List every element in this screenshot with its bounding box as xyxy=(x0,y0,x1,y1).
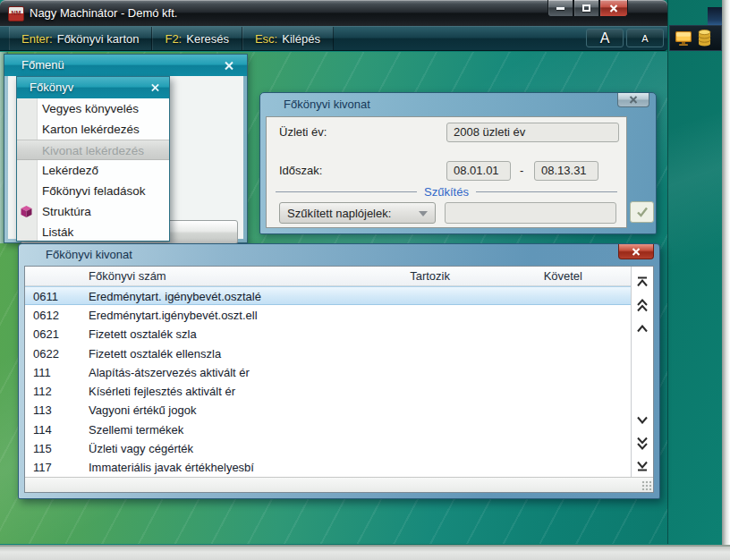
action-label: Keresés xyxy=(186,32,229,46)
dialog-title: Főkönyvi kivonat xyxy=(260,93,370,116)
table-row[interactable]: 0621 Fizetett osztalék szla xyxy=(25,325,632,344)
cell-code: 117 xyxy=(33,461,52,474)
journal-filter-field[interactable] xyxy=(445,202,616,224)
font-size-buttons: A A xyxy=(586,27,667,50)
minimize-icon xyxy=(556,7,564,10)
minimize-button[interactable] xyxy=(548,0,573,17)
app-icon: NM xyxy=(8,6,24,21)
confirm-button[interactable] xyxy=(630,201,654,223)
cell-name: Alapítás-átszervezés aktivált ér xyxy=(89,365,250,378)
fokonyv-menu-title: Főkönyv xyxy=(30,81,73,94)
dialog-close-button[interactable] xyxy=(617,93,649,107)
cell-code: 0612 xyxy=(33,308,59,321)
resize-grip[interactable] xyxy=(641,480,651,490)
cell-name: Vagyoni értékű jogok xyxy=(89,403,196,417)
menu-item-karton-lekerdezes[interactable]: Karton lekérdezés xyxy=(17,119,169,140)
page-down-button[interactable] xyxy=(632,433,652,453)
menu-item-struktura[interactable]: Struktúra xyxy=(17,201,169,222)
menu-item-label: Struktúra xyxy=(42,205,91,218)
screenshot-frame-bottom xyxy=(0,545,730,560)
fokonyv-menu-close-button[interactable] xyxy=(148,81,162,95)
table-row[interactable]: 112 Kísérleti fejlesztés aktivált ér xyxy=(25,382,632,401)
database-icon[interactable] xyxy=(698,30,711,47)
window-controls xyxy=(548,0,628,17)
scroll-down-button[interactable] xyxy=(632,410,652,429)
dialog-body: Üzleti év: 2008 üzleti év Időszak: 08.01… xyxy=(266,116,627,228)
table-close-button[interactable] xyxy=(618,244,654,259)
action-label: Kilépés xyxy=(282,32,320,46)
column-header-kovetel[interactable]: Követel xyxy=(544,269,582,283)
cell-code: 113 xyxy=(33,403,52,417)
font-size-large-button[interactable]: A xyxy=(586,29,624,47)
hotkey-label: Esc: xyxy=(255,32,277,46)
menu-item-kivonat-lekerdezes[interactable]: Kivonat lekérdezés xyxy=(17,140,169,160)
scroll-column xyxy=(631,267,653,477)
cell-name: Eredménytart. igénybevét.osztalé xyxy=(89,289,261,302)
table-row[interactable]: 0612 Eredménytart.igénybevét.oszt.ell xyxy=(25,305,632,324)
table-row[interactable]: 0611 Eredménytart. igénybevét.osztalé xyxy=(25,286,632,305)
screenshot-frame-right xyxy=(722,0,730,560)
menu-item-vegyes-konyveles[interactable]: Vegyes könyvelés xyxy=(17,98,169,119)
scroll-to-bottom-button[interactable] xyxy=(632,456,652,476)
scroll-bottom-icon xyxy=(636,461,649,471)
journal-filter-dropdown[interactable]: Szűkített naplójelek: xyxy=(279,202,436,224)
toolbar-item-fokonyvi-karton[interactable]: Enter: Főkönyvi karton xyxy=(9,27,152,50)
cell-code: 0621 xyxy=(33,327,59,341)
main-titlebar[interactable]: NM Nagy Machinátor - Demó kft. xyxy=(0,0,667,27)
scroll-up-button[interactable] xyxy=(632,318,652,338)
menu-item-fokonyvi-feladasok[interactable]: Főkönyvi feladások xyxy=(17,181,169,201)
fokonyv-menu-titlebar[interactable]: Főkönyv xyxy=(17,77,169,98)
table-rows: 0611 Eredménytart. igénybevét.osztalé 06… xyxy=(25,286,632,477)
hotkey-label: F2: xyxy=(165,32,182,46)
page-up-button[interactable] xyxy=(632,295,652,315)
close-icon xyxy=(224,61,234,71)
action-label: Főkönyvi karton xyxy=(57,32,140,46)
cell-code: 0622 xyxy=(33,346,59,360)
maximize-button[interactable] xyxy=(573,0,599,17)
toolbar-item-kilepes[interactable]: Esc: Kilépés xyxy=(242,27,334,50)
column-header-fokonyvi-szam[interactable]: Főkönyvi szám xyxy=(89,269,166,283)
period-label: Időszak: xyxy=(279,164,322,177)
toolbar-item-kereses[interactable]: F2: Keresés xyxy=(152,27,242,50)
cell-name: Eredménytart.igénybevét.oszt.ell xyxy=(89,308,258,321)
cell-code: 114 xyxy=(33,422,52,436)
period-from-field[interactable]: 08.01.01 xyxy=(446,161,511,181)
table-row[interactable]: 114 Szellemi termékek xyxy=(25,420,632,438)
close-icon xyxy=(150,83,160,92)
table-window-title: Főkönyvi kivonat xyxy=(19,244,132,266)
separator-line xyxy=(276,191,417,192)
font-size-small-button[interactable]: A xyxy=(626,29,664,47)
business-year-field[interactable]: 2008 üzleti év xyxy=(446,123,619,142)
table-row[interactable]: 117 Immateriális javak értékhelyesbí xyxy=(25,458,632,477)
monitor-icon[interactable] xyxy=(675,30,692,47)
column-header-tartozik[interactable]: Tartozik xyxy=(410,269,450,283)
fomenu-close-button[interactable] xyxy=(222,58,236,72)
scroll-to-top-button[interactable] xyxy=(632,272,652,292)
cell-code: 0611 xyxy=(33,289,58,302)
cell-name: Fizetett osztalék szla xyxy=(89,327,197,341)
menu-item-listak[interactable]: Listák xyxy=(17,222,169,242)
cube-icon xyxy=(21,206,32,217)
cell-code: 115 xyxy=(33,442,52,455)
table-row[interactable]: 111 Alapítás-átszervezés aktivált ér xyxy=(25,362,632,381)
cell-name: Immateriális javak értékhelyesbí xyxy=(89,461,254,474)
shortcut-toolbar: Enter: Főkönyvi karton F2: Keresés Esc: … xyxy=(0,26,667,51)
table-row[interactable]: 0622 Fizetett osztalék ellenszla xyxy=(25,344,632,362)
cell-name: Fizetett osztalék ellenszla xyxy=(89,346,221,360)
menu-item-lekerdezo[interactable]: Lekérdező xyxy=(17,160,169,181)
main-window-title: Nagy Machinátor - Demó kft. xyxy=(30,6,177,20)
double-chevron-down-icon xyxy=(636,437,649,450)
period-to-field[interactable]: 08.13.31 xyxy=(534,161,598,181)
table-row[interactable]: 113 Vagyoni értékű jogok xyxy=(25,401,632,420)
narrowing-label: Szűkítés xyxy=(424,185,469,199)
fomenu-titlebar[interactable]: Főmenü xyxy=(4,55,247,76)
kivonat-table-window: Főkönyvi kivonat Főkönyvi szám Tartozik … xyxy=(18,243,660,499)
close-button[interactable] xyxy=(599,0,628,17)
cell-code: 111 xyxy=(33,365,51,378)
close-icon xyxy=(609,4,618,13)
cell-code: 112 xyxy=(33,385,52,398)
cell-name: Szellemi termékek xyxy=(89,422,183,436)
table-row[interactable]: 115 Üzleti vagy cégérték xyxy=(25,438,632,457)
chevron-down-icon xyxy=(636,416,649,424)
period-separator: - xyxy=(520,164,523,177)
